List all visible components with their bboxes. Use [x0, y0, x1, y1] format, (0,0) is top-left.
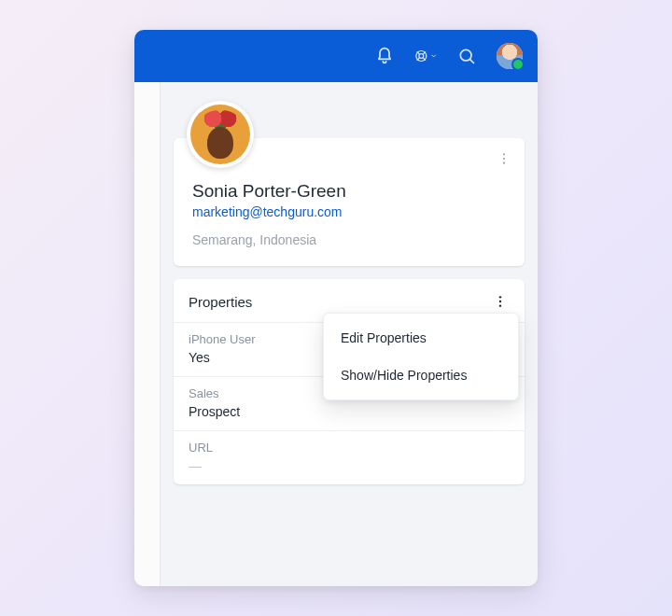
menu-item-edit-properties[interactable]: Edit Properties [324, 319, 518, 357]
chevron-down-icon [430, 51, 437, 61]
search-icon[interactable] [455, 45, 478, 67]
help-icon[interactable] [414, 45, 437, 67]
profile-location: Semarang, Indonesia [192, 232, 506, 247]
svg-point-4 [503, 158, 505, 160]
property-value: Prospect [189, 404, 510, 419]
properties-dropdown-menu: Edit Properties Show/Hide Properties [323, 313, 519, 400]
main-panel: Sonia Porter-Green marketing@techguru.co… [161, 82, 538, 586]
current-user-avatar[interactable] [497, 43, 523, 69]
svg-point-6 [499, 296, 501, 298]
profile-email-link[interactable]: marketing@techguru.com [192, 204, 343, 219]
profile-avatar[interactable] [187, 101, 254, 168]
svg-point-7 [499, 301, 501, 302]
app-body: Sonia Porter-Green marketing@techguru.co… [134, 82, 538, 586]
properties-card: Properties iPhone User Yes Sales Prospec… [174, 279, 525, 484]
properties-title: Properties [189, 294, 252, 310]
property-label: URL [189, 441, 510, 455]
sidebar [134, 82, 161, 586]
svg-point-3 [503, 153, 505, 155]
more-vertical-icon [497, 151, 511, 166]
top-bar [134, 30, 538, 82]
profile-more-button[interactable] [493, 147, 515, 170]
properties-more-button[interactable] [491, 292, 510, 311]
svg-point-5 [503, 162, 505, 164]
profile-card: Sonia Porter-Green marketing@techguru.co… [174, 138, 525, 266]
property-row[interactable]: URL — [174, 430, 525, 484]
avatar-image [497, 43, 523, 69]
property-value: — [189, 458, 510, 473]
avatar-image [190, 105, 250, 164]
app-window: Sonia Porter-Green marketing@techguru.co… [134, 30, 538, 586]
more-vertical-icon [493, 294, 508, 309]
svg-point-8 [499, 304, 501, 306]
notifications-icon[interactable] [373, 45, 396, 67]
profile-name: Sonia Porter-Green [192, 181, 506, 202]
menu-item-show-hide-properties[interactable]: Show/Hide Properties [324, 357, 518, 394]
